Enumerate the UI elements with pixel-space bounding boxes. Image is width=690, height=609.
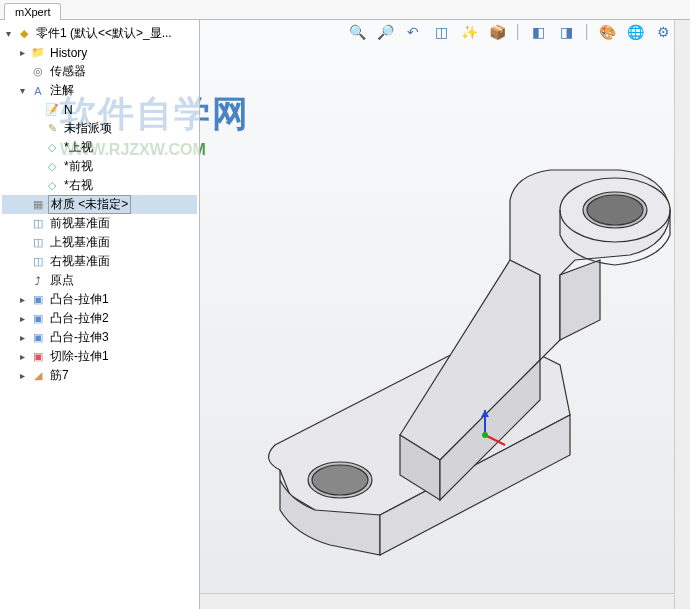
unassigned-label: 未指派项 bbox=[62, 120, 112, 137]
extrude-icon: ▣ bbox=[30, 330, 46, 346]
horizontal-scrollbar[interactable] bbox=[200, 593, 674, 609]
plane-icon: ◫ bbox=[30, 254, 46, 270]
chevron-down-icon[interactable]: ▾ bbox=[2, 28, 14, 39]
root-label: 零件1 (默认<<默认>_显... bbox=[34, 25, 172, 42]
scene-icon[interactable]: 📦 bbox=[487, 22, 507, 42]
tree-note[interactable]: 📝 N bbox=[2, 100, 197, 119]
boss2-label: 凸台-拉伸2 bbox=[48, 310, 109, 327]
tab-bar: mXpert bbox=[0, 0, 690, 20]
sensor-icon: ◎ bbox=[30, 64, 46, 80]
section-view-icon[interactable]: ◫ bbox=[431, 22, 451, 42]
tree-unassigned[interactable]: ✎ 未指派项 bbox=[2, 119, 197, 138]
chevron-down-icon[interactable]: ▾ bbox=[16, 85, 28, 96]
boss1-label: 凸台-拉伸1 bbox=[48, 291, 109, 308]
annotations-label: 注解 bbox=[48, 82, 74, 99]
appearance-icon[interactable]: ◧ bbox=[528, 22, 548, 42]
material-label: 材质 <未指定> bbox=[48, 195, 131, 214]
view-icon: ◇ bbox=[44, 178, 60, 194]
tree-annotations[interactable]: ▾ A 注解 bbox=[2, 81, 197, 100]
tree-root[interactable]: ▾ ◆ 零件1 (默认<<默认>_显... bbox=[2, 24, 197, 43]
tree-history[interactable]: ▸ 📁 History bbox=[2, 43, 197, 62]
plane-icon: ◫ bbox=[30, 216, 46, 232]
part-icon: ◆ bbox=[16, 26, 32, 42]
top-view-label: *上视 bbox=[62, 139, 93, 156]
annotation-icon: A bbox=[30, 83, 46, 99]
sensors-label: 传感器 bbox=[48, 63, 86, 80]
cut-icon: ▣ bbox=[30, 349, 46, 365]
tree-origin[interactable]: ⤴ 原点 bbox=[2, 271, 197, 290]
svg-point-10 bbox=[482, 432, 488, 438]
prev-view-icon[interactable]: ↶ bbox=[403, 22, 423, 42]
chevron-right-icon[interactable]: ▸ bbox=[16, 47, 28, 58]
settings-icon[interactable]: ⚙ bbox=[653, 22, 673, 42]
plane-icon: ◫ bbox=[30, 235, 46, 251]
chevron-right-icon[interactable]: ▸ bbox=[16, 370, 28, 381]
extrude-icon: ▣ bbox=[30, 311, 46, 327]
boss3-label: 凸台-拉伸3 bbox=[48, 329, 109, 346]
tree-right-plane[interactable]: ◫ 右视基准面 bbox=[2, 252, 197, 271]
extrude-icon: ▣ bbox=[30, 292, 46, 308]
cut1-label: 切除-拉伸1 bbox=[48, 348, 109, 365]
tree-rib[interactable]: ▸ ◢ 筋7 bbox=[2, 366, 197, 385]
top-plane-label: 上视基准面 bbox=[48, 234, 110, 251]
zoom-fit-icon[interactable]: 🔍 bbox=[347, 22, 367, 42]
view-icon: ◇ bbox=[44, 159, 60, 175]
hide-show-icon[interactable]: ◨ bbox=[556, 22, 576, 42]
history-label: History bbox=[48, 46, 87, 60]
model-3d[interactable] bbox=[220, 80, 690, 560]
main-area: ▾ ◆ 零件1 (默认<<默认>_显... ▸ 📁 History ◎ 传感器 … bbox=[0, 20, 690, 609]
tree-boss1[interactable]: ▸ ▣ 凸台-拉伸1 bbox=[2, 290, 197, 309]
rib-label: 筋7 bbox=[48, 367, 69, 384]
feature-tree[interactable]: ▾ ◆ 零件1 (默认<<默认>_显... ▸ 📁 History ◎ 传感器 … bbox=[0, 20, 200, 609]
chevron-right-icon[interactable]: ▸ bbox=[16, 351, 28, 362]
display-style-icon[interactable]: ✨ bbox=[459, 22, 479, 42]
tree-top-plane[interactable]: ◫ 上视基准面 bbox=[2, 233, 197, 252]
zoom-area-icon[interactable]: 🔎 bbox=[375, 22, 395, 42]
svg-point-1 bbox=[312, 465, 368, 495]
tree-cut1[interactable]: ▸ ▣ 切除-拉伸1 bbox=[2, 347, 197, 366]
front-plane-label: 前视基准面 bbox=[48, 215, 110, 232]
toolbar-separator bbox=[586, 24, 587, 40]
tree-right-view[interactable]: ◇ *右视 bbox=[2, 176, 197, 195]
viewport[interactable]: 🔍 🔎 ↶ ◫ ✨ 📦 ◧ ◨ 🎨 🌐 ⚙ bbox=[200, 20, 690, 609]
view-toolbar: 🔍 🔎 ↶ ◫ ✨ 📦 ◧ ◨ 🎨 🌐 ⚙ bbox=[347, 22, 673, 42]
folder-icon: 📁 bbox=[30, 45, 46, 61]
tab-label: mXpert bbox=[15, 6, 50, 18]
origin-label: 原点 bbox=[48, 272, 74, 289]
tab-mxpert[interactable]: mXpert bbox=[4, 3, 61, 20]
svg-point-6 bbox=[587, 195, 643, 225]
tree-sensors[interactable]: ◎ 传感器 bbox=[2, 62, 197, 81]
origin-icon: ⤴ bbox=[30, 273, 46, 289]
right-plane-label: 右视基准面 bbox=[48, 253, 110, 270]
vertical-scrollbar[interactable] bbox=[674, 20, 690, 609]
tree-top-view[interactable]: ◇ *上视 bbox=[2, 138, 197, 157]
tree-front-view[interactable]: ◇ *前视 bbox=[2, 157, 197, 176]
right-view-label: *右视 bbox=[62, 177, 93, 194]
note-label: N bbox=[62, 103, 73, 117]
view-icon: ◇ bbox=[44, 140, 60, 156]
render2-icon[interactable]: 🌐 bbox=[625, 22, 645, 42]
tree-front-plane[interactable]: ◫ 前视基准面 bbox=[2, 214, 197, 233]
chevron-right-icon[interactable]: ▸ bbox=[16, 294, 28, 305]
rib-icon: ◢ bbox=[30, 368, 46, 384]
render-icon[interactable]: 🎨 bbox=[597, 22, 617, 42]
note-icon: 📝 bbox=[44, 102, 60, 118]
material-icon: ▦ bbox=[30, 197, 46, 213]
tree-material[interactable]: ▦ 材质 <未指定> bbox=[2, 195, 197, 214]
toolbar-separator bbox=[517, 24, 518, 40]
front-view-label: *前视 bbox=[62, 158, 93, 175]
tree-boss3[interactable]: ▸ ▣ 凸台-拉伸3 bbox=[2, 328, 197, 347]
chevron-right-icon[interactable]: ▸ bbox=[16, 313, 28, 324]
chevron-right-icon[interactable]: ▸ bbox=[16, 332, 28, 343]
unassigned-icon: ✎ bbox=[44, 121, 60, 137]
tree-boss2[interactable]: ▸ ▣ 凸台-拉伸2 bbox=[2, 309, 197, 328]
